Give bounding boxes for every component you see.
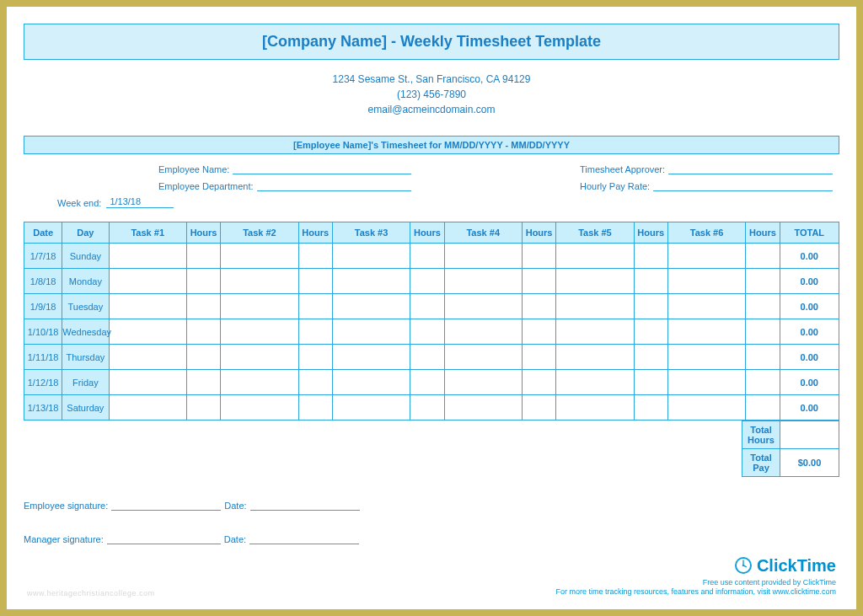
employee-name-field[interactable]: [233, 163, 411, 174]
manager-date-field[interactable]: [249, 533, 359, 544]
cell-hours[interactable]: [634, 294, 667, 319]
cell-hours[interactable]: [298, 269, 332, 294]
cell-hours[interactable]: [746, 269, 780, 294]
cell-task[interactable]: [667, 294, 745, 319]
cell-hours[interactable]: [746, 345, 780, 370]
employee-date-field[interactable]: [250, 499, 360, 511]
cell-task[interactable]: [332, 319, 410, 345]
cell-task[interactable]: [221, 294, 298, 319]
cell-hours[interactable]: [410, 345, 444, 370]
cell-hours[interactable]: [186, 269, 220, 294]
employee-signature-field[interactable]: [111, 499, 221, 511]
approver-field[interactable]: [668, 163, 833, 174]
cell-task[interactable]: [556, 370, 634, 395]
cell-task[interactable]: [109, 244, 186, 269]
cell-hours[interactable]: [522, 319, 555, 345]
cell-task[interactable]: [221, 269, 298, 294]
cell-hours[interactable]: [634, 395, 667, 420]
cell-hours[interactable]: [746, 319, 780, 345]
cell-task[interactable]: [556, 345, 634, 370]
cell-hours[interactable]: [298, 345, 332, 370]
cell-hours[interactable]: [186, 370, 220, 395]
cell-hours[interactable]: [410, 370, 444, 395]
cell-task[interactable]: [556, 319, 634, 345]
cell-hours[interactable]: [634, 269, 667, 294]
cell-task[interactable]: [109, 395, 186, 420]
cell-hours[interactable]: [298, 395, 332, 420]
cell-total: 0.00: [780, 269, 839, 294]
cell-hours[interactable]: [298, 370, 332, 395]
cell-task[interactable]: [332, 294, 410, 319]
cell-hours[interactable]: [522, 370, 555, 395]
cell-task[interactable]: [109, 319, 186, 345]
cell-day: Saturday: [62, 395, 109, 420]
cell-task[interactable]: [109, 345, 186, 370]
cell-task[interactable]: [667, 395, 745, 420]
cell-hours[interactable]: [522, 395, 555, 420]
cell-hours[interactable]: [522, 244, 555, 269]
cell-task[interactable]: [332, 395, 410, 420]
cell-hours[interactable]: [410, 294, 444, 319]
cell-hours[interactable]: [298, 294, 332, 319]
cell-task[interactable]: [444, 244, 522, 269]
cell-task[interactable]: [444, 294, 522, 319]
cell-hours[interactable]: [410, 319, 444, 345]
cell-hours[interactable]: [410, 244, 444, 269]
cell-hours[interactable]: [746, 370, 780, 395]
cell-task[interactable]: [444, 319, 522, 345]
cell-task[interactable]: [556, 244, 634, 269]
cell-hours[interactable]: [522, 345, 555, 370]
cell-task[interactable]: [556, 269, 634, 294]
cell-task[interactable]: [667, 319, 745, 345]
cell-hours[interactable]: [634, 244, 667, 269]
cell-task[interactable]: [221, 370, 298, 395]
cell-hours[interactable]: [186, 319, 220, 345]
cell-hours[interactable]: [634, 345, 667, 370]
cell-hours[interactable]: [410, 269, 444, 294]
cell-task[interactable]: [444, 345, 522, 370]
cell-task[interactable]: [667, 269, 745, 294]
week-end-field[interactable]: 1/13/18: [106, 196, 174, 208]
cell-task[interactable]: [444, 370, 522, 395]
cell-task[interactable]: [556, 395, 634, 420]
cell-hours[interactable]: [522, 269, 555, 294]
cell-hours[interactable]: [746, 395, 780, 420]
cell-task[interactable]: [444, 269, 522, 294]
cell-task[interactable]: [332, 345, 410, 370]
cell-hours[interactable]: [410, 395, 444, 420]
cell-task[interactable]: [667, 370, 745, 395]
cell-task[interactable]: [667, 345, 745, 370]
cell-task[interactable]: [332, 370, 410, 395]
cell-hours[interactable]: [298, 319, 332, 345]
cell-task[interactable]: [332, 244, 410, 269]
cell-hours[interactable]: [298, 244, 332, 269]
signature-block: Employee signature: Date: Manager signat…: [24, 499, 839, 544]
cell-hours[interactable]: [186, 244, 220, 269]
employee-dept-field[interactable]: [257, 179, 412, 191]
table-row: 1/12/18Friday0.00: [24, 370, 839, 395]
manager-signature-field[interactable]: [107, 533, 221, 544]
col-total: TOTAL: [780, 222, 839, 244]
table-row: 1/13/18Saturday0.00: [24, 395, 839, 420]
cell-task[interactable]: [221, 395, 298, 420]
cell-hours[interactable]: [186, 294, 220, 319]
cell-date: 1/7/18: [24, 244, 62, 269]
cell-task[interactable]: [221, 244, 298, 269]
cell-hours[interactable]: [634, 370, 667, 395]
cell-hours[interactable]: [746, 294, 780, 319]
cell-hours[interactable]: [746, 244, 780, 269]
cell-task[interactable]: [109, 294, 186, 319]
cell-task[interactable]: [221, 345, 298, 370]
cell-task[interactable]: [332, 269, 410, 294]
cell-hours[interactable]: [186, 345, 220, 370]
cell-task[interactable]: [221, 319, 298, 345]
rate-field[interactable]: [653, 179, 833, 191]
cell-hours[interactable]: [522, 294, 555, 319]
cell-task[interactable]: [556, 294, 634, 319]
cell-task[interactable]: [667, 244, 745, 269]
cell-task[interactable]: [444, 395, 522, 420]
cell-task[interactable]: [109, 269, 186, 294]
cell-hours[interactable]: [634, 319, 667, 345]
cell-task[interactable]: [109, 370, 186, 395]
cell-hours[interactable]: [186, 395, 220, 420]
